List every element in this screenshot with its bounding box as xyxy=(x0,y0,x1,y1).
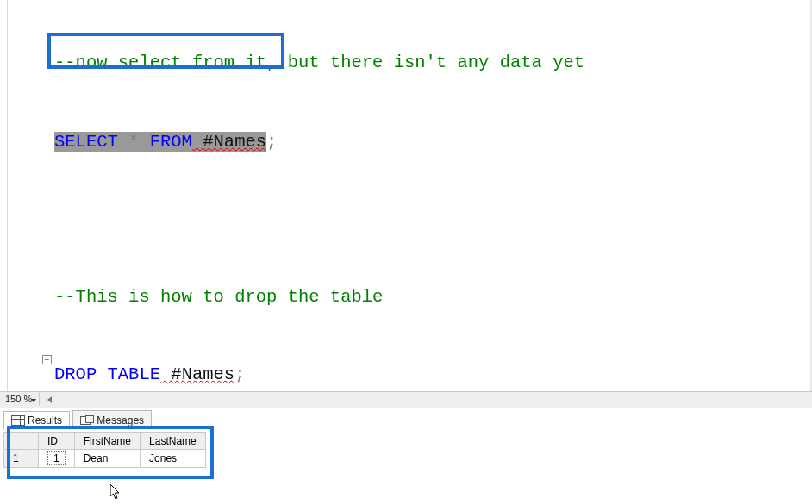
zoom-bar: 150 % xyxy=(0,391,812,408)
sql-keyword: FROM xyxy=(150,132,192,152)
messages-icon xyxy=(80,415,92,426)
tab-label: Results xyxy=(28,414,62,426)
tab-label: Messages xyxy=(97,414,144,426)
col-lastname[interactable]: LastName xyxy=(141,433,206,450)
sql-star: * xyxy=(118,132,150,152)
cell-id[interactable]: 1 xyxy=(39,450,75,468)
row-header-blank xyxy=(4,433,39,450)
results-grid[interactable]: ID FirstName LastName 1 1 Dean Jones xyxy=(0,432,812,468)
sql-keyword: SELECT xyxy=(54,132,118,152)
code-area[interactable]: --now select from it, but there isn't an… xyxy=(54,0,810,391)
cell-firstname[interactable]: Dean xyxy=(74,450,140,468)
row-number[interactable]: 1 xyxy=(4,450,39,468)
result-table[interactable]: ID FirstName LastName 1 1 Dean Jones xyxy=(3,432,206,468)
collapse-toggle-icon[interactable]: − xyxy=(42,355,52,364)
tab-results[interactable]: Results xyxy=(3,411,70,430)
code-comment: --This is how to drop the table xyxy=(54,287,383,307)
cell-lastname[interactable]: Jones xyxy=(141,450,206,468)
sql-editor-pane[interactable]: − --now select from it, but there isn't … xyxy=(0,0,812,391)
mouse-cursor-icon xyxy=(110,484,121,500)
col-id[interactable]: ID xyxy=(39,433,75,450)
tab-messages[interactable]: Messages xyxy=(72,410,152,429)
semicolon: ; xyxy=(266,132,277,152)
sql-keyword: DROP TABLE xyxy=(54,364,160,384)
sql-identifier: #Names xyxy=(160,364,234,384)
table-header-row: ID FirstName LastName xyxy=(4,433,206,450)
editor-gutter xyxy=(0,0,53,391)
grid-icon xyxy=(11,415,23,426)
table-row[interactable]: 1 1 Dean Jones xyxy=(4,450,206,468)
results-tabs: Results Messages xyxy=(3,410,152,431)
scroll-left-icon[interactable] xyxy=(47,396,52,403)
code-comment: --now select from it, but there isn't an… xyxy=(54,53,584,72)
zoom-dropdown[interactable]: 150 % xyxy=(0,392,40,406)
sql-identifier: #Names xyxy=(192,132,266,152)
semicolon: ; xyxy=(234,364,245,384)
col-firstname[interactable]: FirstName xyxy=(74,433,140,450)
